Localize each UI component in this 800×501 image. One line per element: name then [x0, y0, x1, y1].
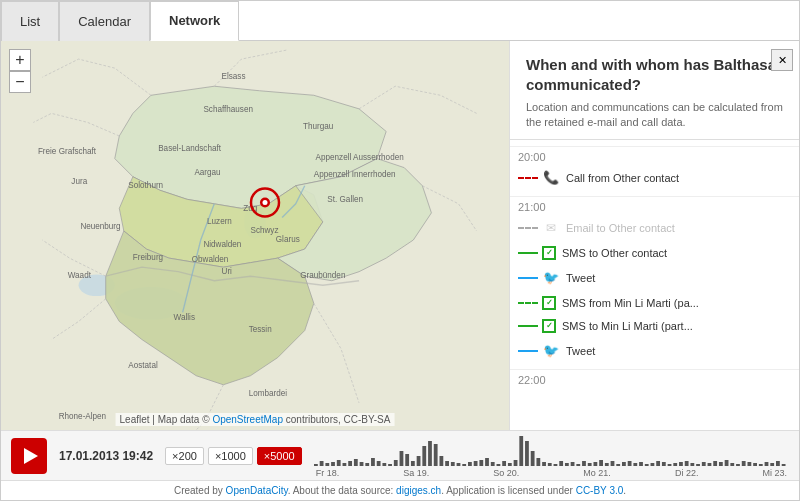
- svg-rect-93: [656, 461, 660, 466]
- openstreetmap-link[interactable]: OpenStreetMap: [212, 414, 283, 425]
- map-attribution: Leaflet | Map data © OpenStreetMap contr…: [116, 413, 395, 426]
- bottom-bar: 17.01.2013 19:42 ×200 ×1000 ×5000: [1, 430, 799, 480]
- svg-rect-44: [376, 461, 380, 466]
- event-line-solid-blue-1: [518, 277, 538, 279]
- event-line-dashed-gray: [518, 227, 538, 229]
- svg-text:Nidwalden: Nidwalden: [203, 240, 241, 249]
- svg-text:Waadt: Waadt: [68, 271, 92, 280]
- svg-rect-108: [741, 461, 745, 466]
- panel-close-button[interactable]: ✕: [771, 49, 793, 71]
- svg-rect-57: [451, 462, 455, 466]
- event-email-other: ✉ Email to Other contact: [510, 216, 799, 240]
- svg-rect-77: [565, 463, 569, 466]
- svg-rect-50: [411, 461, 415, 466]
- svg-text:Graubünden: Graubünden: [300, 271, 345, 280]
- svg-rect-78: [570, 462, 574, 466]
- svg-rect-36: [331, 462, 335, 466]
- panel-title: When and with whom has Balthasar communi…: [526, 55, 783, 94]
- event-label-sms-minli-from: SMS from Min Li Marti (pa...: [562, 297, 699, 309]
- timeline-area: 20:00 📞 Call from Other contact 21:00 ✉: [510, 140, 799, 430]
- svg-rect-46: [388, 464, 392, 466]
- scale-200-button[interactable]: ×200: [165, 447, 204, 465]
- svg-text:Wallis: Wallis: [174, 313, 195, 322]
- svg-rect-97: [679, 462, 683, 466]
- svg-rect-88: [627, 461, 631, 466]
- svg-text:Thurgau: Thurgau: [303, 122, 333, 131]
- svg-rect-64: [491, 462, 495, 466]
- scale-1000-button[interactable]: ×1000: [208, 447, 253, 465]
- zoom-in-button[interactable]: +: [9, 49, 31, 71]
- event-tweet-1: 🐦 Tweet: [510, 266, 799, 290]
- tab-list[interactable]: List: [1, 1, 59, 41]
- svg-text:Freie Grafschaft: Freie Grafschaft: [38, 147, 97, 156]
- zoom-out-button[interactable]: −: [9, 71, 31, 93]
- svg-rect-85: [610, 461, 614, 466]
- svg-rect-52: [422, 446, 426, 466]
- svg-rect-102: [707, 463, 711, 466]
- svg-rect-41: [359, 462, 363, 466]
- svg-rect-76: [559, 461, 563, 466]
- scale-5000-button[interactable]: ×5000: [257, 447, 302, 465]
- svg-rect-82: [593, 462, 597, 466]
- svg-rect-110: [753, 463, 757, 466]
- svg-rect-104: [719, 462, 723, 466]
- svg-rect-107: [736, 464, 740, 466]
- digiges-link[interactable]: digiges.ch: [396, 485, 441, 496]
- ccby-link[interactable]: CC-BY 3.0: [576, 485, 624, 496]
- svg-rect-53: [428, 441, 432, 466]
- svg-text:Appenzell Ausserrhoden: Appenzell Ausserrhoden: [316, 153, 404, 162]
- tab-calendar[interactable]: Calendar: [59, 1, 150, 41]
- event-line-solid-blue-2: [518, 350, 538, 352]
- svg-rect-101: [702, 462, 706, 466]
- svg-rect-87: [622, 462, 626, 466]
- svg-text:Neuenburg: Neuenburg: [80, 222, 120, 231]
- event-label-sms-other: SMS to Other contact: [562, 247, 667, 259]
- svg-rect-47: [394, 460, 398, 466]
- svg-rect-59: [462, 464, 466, 466]
- svg-rect-69: [519, 436, 523, 466]
- svg-text:Glarus: Glarus: [276, 235, 300, 244]
- event-label-call: Call from Other contact: [566, 172, 679, 184]
- tab-network[interactable]: Network: [150, 1, 239, 41]
- event-label-sms-minli-to: SMS to Min Li Marti (part...: [562, 320, 693, 332]
- sms-icon-2: ✓: [542, 296, 556, 310]
- svg-rect-67: [508, 463, 512, 466]
- sms-icon-3: ✓: [542, 319, 556, 333]
- histogram-svg: [314, 436, 789, 466]
- play-icon: [24, 448, 38, 464]
- switzerland-map: Freie Grafschaft Jura Solothurn Neuenbur…: [1, 41, 509, 430]
- svg-text:Rhone-Alpen: Rhone-Alpen: [59, 412, 106, 421]
- svg-rect-92: [650, 463, 654, 466]
- twitter-icon-2: 🐦: [542, 342, 560, 360]
- svg-rect-40: [354, 459, 358, 466]
- svg-rect-70: [525, 441, 529, 466]
- svg-rect-83: [599, 460, 603, 466]
- svg-rect-35: [325, 463, 329, 466]
- svg-rect-96: [673, 463, 677, 466]
- email-icon: ✉: [542, 219, 560, 237]
- svg-rect-51: [416, 456, 420, 466]
- svg-rect-106: [730, 463, 734, 466]
- panel-subtitle: Location and communcations can be calcul…: [526, 100, 783, 131]
- svg-rect-54: [433, 444, 437, 466]
- svg-text:Lombardei: Lombardei: [249, 389, 288, 398]
- time-label-22: 22:00: [510, 369, 799, 386]
- svg-rect-66: [502, 461, 506, 466]
- date-label-fri: Fr 18.: [316, 468, 340, 478]
- opendatacity-link[interactable]: OpenDataCity: [226, 485, 288, 496]
- svg-text:Schwyz: Schwyz: [250, 226, 278, 235]
- svg-rect-55: [439, 456, 443, 466]
- svg-rect-99: [690, 463, 694, 466]
- event-label-email: Email to Other contact: [566, 222, 675, 234]
- date-label-sun: So 20.: [493, 468, 519, 478]
- svg-rect-33: [314, 464, 318, 466]
- twitter-icon-1: 🐦: [542, 269, 560, 287]
- event-line-dashed-red: [518, 177, 538, 179]
- svg-rect-43: [371, 458, 375, 466]
- svg-text:Elsass: Elsass: [222, 72, 246, 81]
- svg-rect-105: [724, 460, 728, 466]
- footer-bar: Created by OpenDataCity. About the data …: [1, 480, 799, 500]
- map-area: Freie Grafschaft Jura Solothurn Neuenbur…: [1, 41, 509, 430]
- svg-text:Jura: Jura: [71, 177, 87, 186]
- play-button[interactable]: [11, 438, 47, 474]
